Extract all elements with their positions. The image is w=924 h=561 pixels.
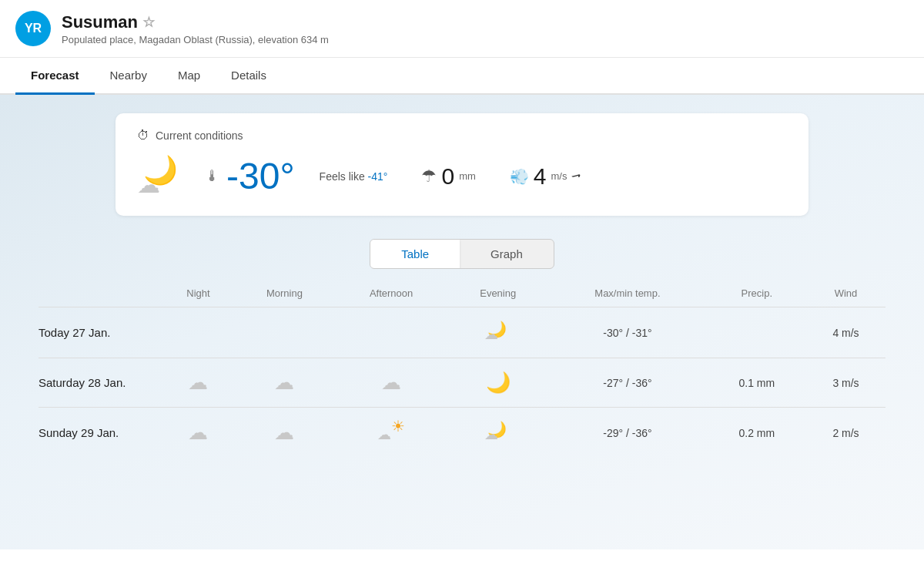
row-temp-range: -29° / -36°: [547, 408, 707, 459]
graph-toggle-button[interactable]: Graph: [460, 240, 554, 268]
col-header-wind: Wind: [806, 283, 886, 307]
tab-details[interactable]: Details: [216, 58, 282, 95]
wind-icon: 💨: [510, 167, 529, 186]
row-afternoon-icon: ☁: [334, 358, 448, 408]
row-date: Saturday 28 Jan.: [38, 358, 162, 408]
row-morning-icon: [235, 307, 334, 358]
clock-icon: ⏱: [137, 129, 149, 143]
view-toggle-group: Table Graph: [370, 239, 554, 269]
table-row: Today 27 Jan. 🌙 ☁ -30° / -31° 4 m/s: [38, 307, 886, 358]
row-date: Sunday 29 Jan.: [38, 408, 162, 459]
main-content: ⏱ Current conditions 🌙 ☁ 🌡 -30° Feels li…: [0, 95, 924, 549]
wind-block: 💨 4 m/s ✓: [510, 163, 582, 190]
precipitation-block: ☂ 0 mm: [421, 163, 475, 190]
umbrella-icon: ☂: [421, 166, 437, 186]
row-night-icon: [162, 307, 235, 358]
app-logo: YR: [15, 11, 51, 46]
row-morning-icon: ☁: [235, 408, 334, 459]
tab-map[interactable]: Map: [162, 58, 216, 95]
wind-value: 4: [534, 163, 547, 190]
temperature-block: 🌡 -30°: [205, 155, 295, 197]
location-info: Susuman ☆ Populated place, Magadan Oblas…: [62, 12, 329, 45]
current-conditions-card: ⏱ Current conditions 🌙 ☁ 🌡 -30° Feels li…: [116, 113, 808, 216]
row-temp-range: -27° / -36°: [547, 358, 707, 408]
col-header-evening: Evening: [448, 283, 547, 307]
row-wind: 4 m/s: [806, 307, 886, 358]
nav-tabs: Forecast Nearby Map Details: [0, 58, 924, 95]
row-precip: [708, 307, 806, 358]
col-header-afternoon: Afternoon: [334, 283, 448, 307]
precipitation-unit: mm: [459, 170, 476, 182]
wind-direction-icon: ✓: [568, 167, 585, 185]
row-night-icon: ☁: [162, 358, 235, 408]
view-toggle-container: Table Graph: [15, 239, 909, 269]
row-wind: 2 m/s: [806, 408, 886, 459]
col-header-temp: Max/min temp.: [547, 283, 707, 307]
row-evening-icon: 🌙 ☁: [448, 408, 547, 459]
table-row: Sunday 29 Jan. ☁ ☁ ☀ ☁: [38, 408, 886, 459]
tab-nearby[interactable]: Nearby: [95, 58, 162, 95]
forecast-table: Night Morning Afternoon Evening Max/min …: [38, 283, 886, 458]
current-temperature: -30°: [226, 155, 295, 197]
row-evening-icon: 🌙: [448, 358, 547, 408]
forecast-table-wrap: Night Morning Afternoon Evening Max/min …: [38, 283, 886, 458]
col-header-precip: Precip.: [708, 283, 806, 307]
current-conditions-title: ⏱ Current conditions: [137, 129, 787, 143]
table-toggle-button[interactable]: Table: [370, 240, 460, 268]
current-weather-icon: 🌙 ☁: [137, 156, 183, 197]
col-header-date: [38, 283, 162, 307]
row-wind: 3 m/s: [806, 358, 886, 408]
row-date: Today 27 Jan.: [38, 307, 162, 358]
col-header-night: Night: [162, 283, 235, 307]
row-afternoon-icon: [334, 307, 448, 358]
col-header-morning: Morning: [235, 283, 334, 307]
row-afternoon-icon: ☀ ☁: [334, 408, 448, 459]
header: YR Susuman ☆ Populated place, Magadan Ob…: [0, 0, 924, 58]
feels-like-block: Feels like -41°: [320, 170, 388, 183]
tab-forecast[interactable]: Forecast: [15, 58, 95, 95]
thermometer-icon: 🌡: [205, 167, 220, 185]
location-subtitle: Populated place, Magadan Oblast (Russia)…: [62, 34, 329, 45]
row-evening-icon: 🌙 ☁: [448, 307, 547, 358]
table-row: Saturday 28 Jan. ☁ ☁ ☁ 🌙 -27° / -36° 0.1…: [38, 358, 886, 408]
row-precip: 0.2 mm: [708, 408, 806, 459]
favorite-star-icon[interactable]: ☆: [142, 14, 155, 31]
wind-unit: m/s: [551, 170, 567, 182]
feels-like-temp: -41°: [368, 170, 388, 183]
precipitation-value: 0: [441, 163, 454, 190]
row-night-icon: ☁: [162, 408, 235, 459]
row-morning-icon: ☁: [235, 358, 334, 408]
row-precip: 0.1 mm: [708, 358, 806, 408]
location-name: Susuman: [62, 12, 138, 32]
current-data-row: 🌙 ☁ 🌡 -30° Feels like -41° ☂ 0 mm 💨: [137, 155, 787, 197]
row-temp-range: -30° / -31°: [547, 307, 707, 358]
